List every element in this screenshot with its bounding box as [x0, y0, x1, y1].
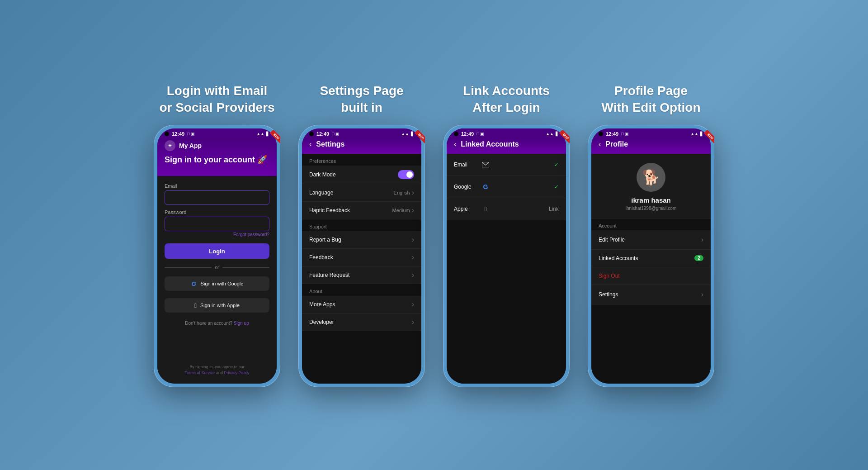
apple-provider-label: Apple — [454, 206, 481, 212]
google-linked-check: ✓ — [554, 184, 559, 190]
linked-page-title: Linked Accounts — [461, 140, 519, 148]
settings-section-title: Settings Page built in — [320, 83, 403, 116]
profile-section: Profile Page With Edit Option 12:49 □ ▣ … — [588, 83, 714, 387]
linked-accounts-row[interactable]: Linked Accounts 2 — [591, 250, 711, 267]
profile-settings-label: Settings — [599, 291, 618, 298]
developer-row[interactable]: Developer — [302, 313, 421, 331]
email-label: Email — [165, 183, 269, 189]
settings-time: 12:49 — [316, 131, 329, 137]
linked-accounts-badge: 2 — [694, 255, 703, 261]
login-phone-frame: 12:49 □ ▣ ▲▲ ▋ ✦ My App — [154, 125, 280, 387]
email-input[interactable] — [165, 190, 269, 205]
email-linked-row: Email ✓ — [447, 154, 566, 176]
google-provider-icon: G — [481, 182, 490, 191]
app-logo-row: ✦ My App — [165, 138, 269, 151]
settings-status-bar: 12:49 □ ▣ ▲▲ ▋ — [302, 128, 421, 138]
profile-settings-row[interactable]: Settings — [591, 285, 711, 304]
privacy-policy-link[interactable]: Privacy Policy — [224, 370, 250, 375]
more-apps-chevron — [412, 300, 414, 309]
signup-link[interactable]: Sign up — [234, 321, 249, 326]
login-section: Login with Email or Social Providers 12:… — [154, 83, 280, 387]
password-field-group: Password Forgot password? — [165, 209, 269, 237]
feature-request-row[interactable]: Feature Request — [302, 266, 421, 284]
profile-status-bar: 12:49 □ ▣ ▲▲ ▋ — [591, 128, 711, 138]
dark-mode-label: Dark Mode — [309, 171, 336, 178]
sign-out-row[interactable]: Sign Out — [591, 267, 711, 285]
linked-body: Email ✓ Google — [447, 154, 566, 384]
login-phone-inner: 12:49 □ ▣ ▲▲ ▋ ✦ My App — [157, 128, 277, 384]
avatar: 🐕 — [637, 163, 665, 192]
profile-name: ikram hasan — [631, 196, 671, 204]
camera-dot-1 — [165, 132, 169, 136]
linked-status-bar: 12:49 □ ▣ ▲▲ ▋ — [447, 128, 566, 138]
haptic-chevron — [412, 206, 414, 214]
language-row[interactable]: Language English — [302, 184, 421, 202]
settings-body: Preferences Dark Mode Language English — [302, 154, 421, 384]
email-provider-label: Email — [454, 161, 481, 168]
haptic-row[interactable]: Haptic Feedback Medium — [302, 202, 421, 219]
linked-time: 12:49 — [461, 131, 474, 137]
linked-accounts-section: Link Accounts After Login 12:49 □ ▣ ▲▲ ▋ — [443, 83, 570, 387]
login-button[interactable]: Login — [165, 243, 269, 259]
settings-back-arrow[interactable]: ‹ — [309, 140, 311, 148]
dark-mode-row[interactable]: Dark Mode — [302, 166, 421, 184]
more-apps-label: More Apps — [309, 301, 335, 308]
login-status-left: 12:49 □ ▣ — [165, 131, 195, 137]
forgot-password[interactable]: Forgot password? — [165, 232, 269, 237]
report-bug-row[interactable]: Report a Bug — [302, 231, 421, 249]
profile-phone-frame: 12:49 □ ▣ ▲▲ ▋ ‹ Profile — [588, 125, 714, 387]
report-bug-chevron — [412, 236, 414, 244]
terms-text: By signing in, you agree to our Terms of… — [165, 364, 269, 376]
support-label: Support — [302, 219, 421, 231]
dark-mode-toggle[interactable] — [398, 170, 414, 179]
edit-profile-label: Edit Profile — [599, 237, 625, 243]
login-section-title: Login with Email or Social Providers — [159, 83, 274, 116]
profile-phone-content: 12:49 □ ▣ ▲▲ ▋ ‹ Profile — [591, 128, 711, 384]
password-label: Password — [165, 209, 269, 215]
login-header: ✦ My App Sign in to your account 🚀 — [157, 138, 277, 176]
language-chevron — [412, 189, 414, 197]
signin-title: Sign in to your account 🚀 — [165, 155, 269, 169]
account-label: Account — [591, 218, 711, 230]
password-input[interactable] — [165, 217, 269, 231]
edit-profile-row[interactable]: Edit Profile — [591, 230, 711, 250]
profile-time: 12:49 — [606, 131, 618, 137]
google-signin-button[interactable]: G Sign in with Google — [165, 276, 269, 291]
profile-status-left: 12:49 □ ▣ — [599, 131, 629, 137]
settings-header: ‹ Settings — [302, 138, 421, 154]
apple-signin-button[interactable]:  Sign in with Apple — [165, 298, 269, 313]
profile-email: ihnishat1998@gmail.com — [626, 206, 676, 211]
login-time: 12:49 — [172, 131, 184, 137]
haptic-value: Medium — [392, 206, 414, 214]
profile-back-arrow[interactable]: ‹ — [599, 140, 601, 148]
linked-accounts-label: Linked Accounts — [599, 255, 638, 261]
developer-label: Developer — [309, 319, 334, 325]
linked-section-title: Link Accounts After Login — [463, 83, 550, 116]
settings-phone-content: 12:49 □ ▣ ▲▲ ▋ ‹ Settings — [302, 128, 421, 384]
app-name: My App — [179, 142, 202, 149]
more-apps-row[interactable]: More Apps — [302, 296, 421, 313]
login-phone-content: 12:49 □ ▣ ▲▲ ▋ ✦ My App — [157, 128, 277, 384]
feedback-row[interactable]: Feedback — [302, 249, 421, 266]
feature-request-label: Feature Request — [309, 272, 349, 278]
bug-ribbon-1 — [264, 130, 280, 147]
profile-body: 🐕 ikram hasan ihnishat1998@gmail.com Acc… — [591, 154, 711, 384]
report-bug-label: Report a Bug — [309, 237, 341, 243]
profile-avatar-section: 🐕 ikram hasan ihnishat1998@gmail.com — [591, 154, 711, 218]
login-body: Email Password Forgot password? Login or — [157, 176, 277, 384]
profile-section-title: Profile Page With Edit Option — [601, 83, 700, 116]
linked-status-left: 12:49 □ ▣ — [454, 131, 484, 137]
profile-settings-chevron — [701, 290, 703, 299]
settings-phone-frame: 12:49 □ ▣ ▲▲ ▋ ‹ Settings — [298, 125, 425, 387]
signup-row: Don't have an account? Sign up — [165, 321, 269, 326]
feature-request-chevron — [412, 271, 414, 279]
linked-back-arrow[interactable]: ‹ — [454, 140, 456, 148]
language-label: Language — [309, 190, 333, 196]
login-status-bar: 12:49 □ ▣ ▲▲ ▋ — [157, 128, 277, 138]
apple-link-button[interactable]: Link — [549, 206, 559, 212]
apple-linked-row[interactable]: Apple  Link — [447, 198, 566, 220]
haptic-label: Haptic Feedback — [309, 207, 350, 214]
bug-ribbon-2 — [409, 130, 425, 147]
terms-of-service-link[interactable]: Terms of Service — [184, 370, 215, 375]
google-g-icon: G — [191, 280, 197, 287]
